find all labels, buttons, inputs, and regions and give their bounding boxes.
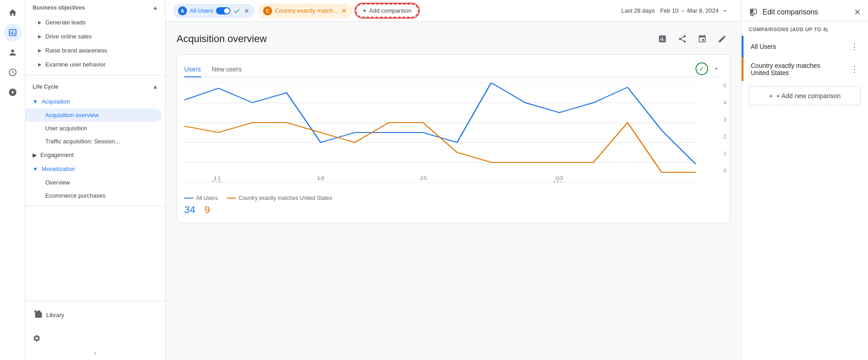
sidebar-divider — [25, 75, 165, 76]
bullet-icon: ▶ — [38, 62, 42, 67]
topbar: A All Users ✕ C Country exactly match...… — [166, 0, 741, 22]
comparison-row-all-users: All Users ⋮ — [742, 36, 868, 57]
sidebar-acquisition-parent[interactable]: ▼ Acquisition — [25, 95, 165, 109]
chart-expand-icon[interactable] — [710, 62, 723, 75]
country-match-icon: C — [263, 6, 272, 15]
date-preset-label: Last 28 days — [621, 7, 655, 14]
all-users-label: All Users — [190, 7, 213, 14]
compare-panel-icon — [749, 8, 758, 17]
sidebar-user-acquisition[interactable]: User acquisition — [25, 122, 162, 135]
topbar-right: Last 28 days Feb 10 – Mar 8, 2024 — [616, 5, 734, 17]
country-match-close-icon[interactable]: ✕ — [341, 7, 347, 14]
nav-home[interactable] — [4, 4, 22, 22]
business-objectives-header[interactable]: Business objectives ▲ — [25, 0, 165, 15]
icon-nav — [0, 0, 25, 360]
sidebar-library[interactable]: Library — [33, 307, 158, 323]
sidebar-monetization-overview[interactable]: Overview — [25, 176, 162, 189]
right-panel-close-button[interactable]: ✕ — [854, 7, 861, 17]
sidebar-item-raise-brand-awareness[interactable]: ▶ Raise brand awareness — [25, 43, 162, 57]
all-users-chip[interactable]: A All Users ✕ — [173, 4, 254, 18]
tab-new-users[interactable]: New users — [212, 62, 242, 77]
chart-tabs: Users New users ✓ — [184, 62, 723, 77]
sidebar-traffic-acquisition[interactable]: Traffic acquisition: Session... — [25, 135, 162, 148]
content-area: Acquisition overview Users New — [166, 22, 741, 360]
date-end: Mar 8, 2024 — [687, 7, 719, 14]
nav-audience[interactable] — [4, 43, 22, 62]
chart-legend: All Users Country exactly matches United… — [184, 195, 723, 201]
chart-type-icon[interactable] — [654, 31, 671, 47]
line-chart-svg: 11 Feb 18 25 03 Mar — [184, 83, 723, 182]
collapse-business-icon: ▲ — [153, 5, 158, 11]
sidebar-item-drive-online-sales[interactable]: ▶ Drive online sales — [25, 29, 162, 43]
country-match-label: Country exactly match... — [275, 7, 338, 14]
nav-settings-bottom[interactable] — [4, 83, 22, 101]
nav-realtime[interactable] — [4, 63, 22, 81]
sidebar-item-generate-leads[interactable]: ▶ Generate leads — [25, 15, 162, 29]
comparison-text-all-users: All Users — [751, 43, 848, 50]
chart-check-icon[interactable]: ✓ — [695, 62, 708, 75]
business-objectives-label: Business objectives — [33, 5, 85, 11]
chart-values: 34 9 — [184, 204, 723, 216]
y-axis: 5 4 3 2 1 0 — [724, 83, 726, 173]
share-icon[interactable] — [674, 31, 691, 47]
sidebar-acquisition-overview[interactable]: Acquisition overview — [25, 109, 162, 122]
comparison-row-country-match: Country exactly matchesUnited States ⋮ — [742, 57, 868, 81]
lifecycle-header[interactable]: Life Cycle ▲ — [25, 79, 165, 95]
add-comparison-label: Add comparison — [369, 7, 412, 14]
comparison-menu-country-match[interactable]: ⋮ — [848, 63, 861, 76]
legend-line-blue — [184, 198, 193, 199]
all-users-icon: A — [178, 6, 187, 15]
tab-users[interactable]: Users — [184, 62, 201, 77]
sidebar-monetization-parent[interactable]: ▼ Monetization — [25, 162, 165, 176]
chart-card: Users New users ✓ — [177, 54, 730, 223]
svg-text:25: 25 — [420, 175, 427, 181]
chevron-down-icon2: ▼ — [33, 166, 38, 172]
lifecycle-label: Life Cycle — [33, 84, 58, 90]
svg-text:Feb: Feb — [211, 180, 223, 182]
all-users-close-icon[interactable]: ✕ — [244, 7, 249, 14]
legend-line-orange — [227, 198, 236, 199]
main-content: A All Users ✕ C Country exactly match...… — [166, 0, 741, 360]
library-icon — [34, 310, 43, 320]
plus-icon: + — [363, 7, 366, 14]
chevron-down-icon: ▼ — [33, 99, 38, 105]
comparison-menu-all-users[interactable]: ⋮ — [848, 40, 861, 53]
add-icon: + — [769, 92, 772, 99]
nav-analytics[interactable] — [4, 24, 22, 42]
collapse-lifecycle-icon: ▲ — [153, 84, 158, 90]
legend-country-match-label: Country exactly matches United States — [239, 195, 332, 201]
right-panel-header: Edit comparisons ✕ — [742, 0, 868, 21]
section-header: Acquisition overview — [177, 31, 730, 47]
bullet-icon: ▶ — [38, 20, 42, 25]
comparisons-section-label: COMPARISONS (ADD UP TO 4) — [742, 21, 868, 36]
chart-area: 11 Feb 18 25 03 Mar 5 4 3 2 1 0 — [184, 83, 723, 191]
add-new-comparison-label: + Add new comparison — [777, 92, 841, 99]
bullet-icon: ▶ — [38, 34, 42, 39]
svg-text:18: 18 — [317, 175, 324, 181]
sidebar-engagement-parent[interactable]: ▶ Engagement — [25, 148, 165, 162]
sidebar-divider2 — [25, 206, 165, 206]
section-actions — [654, 31, 730, 47]
sidebar-collapse-btn[interactable]: ‹ — [25, 346, 165, 360]
edit-icon[interactable] — [714, 31, 730, 47]
chevron-right-icon: ▶ — [33, 152, 37, 158]
checkmark-icon — [233, 7, 240, 14]
sidebar: Business objectives ▲ ▶ Generate leads ▶… — [25, 0, 166, 360]
svg-text:Mar: Mar — [554, 180, 566, 182]
sidebar-item-examine-user-behavior[interactable]: ▶ Examine user behavior — [25, 57, 162, 71]
sidebar-bottom: Library — [25, 301, 165, 329]
add-comparison-button[interactable]: + Add comparison — [355, 4, 419, 18]
all-users-toggle[interactable] — [216, 7, 230, 14]
country-match-chip[interactable]: C Country exactly match... ✕ — [258, 4, 352, 18]
compare-icon[interactable] — [694, 31, 710, 47]
page-title: Acquisition overview — [177, 33, 267, 45]
add-new-comparison-button[interactable]: + + Add new comparison — [749, 86, 861, 105]
legend-country-match: Country exactly matches United States — [227, 195, 332, 201]
comparison-text-country-match: Country exactly matchesUnited States — [751, 62, 848, 76]
sidebar-settings[interactable] — [25, 331, 165, 346]
legend-all-users: All Users — [184, 195, 218, 201]
legend-all-users-label: All Users — [196, 195, 218, 201]
sidebar-ecommerce-purchases[interactable]: Ecommerce purchases — [25, 189, 162, 202]
date-range-selector[interactable]: Last 28 days Feb 10 – Mar 8, 2024 — [616, 5, 734, 17]
bullet-icon: ▶ — [38, 48, 42, 53]
